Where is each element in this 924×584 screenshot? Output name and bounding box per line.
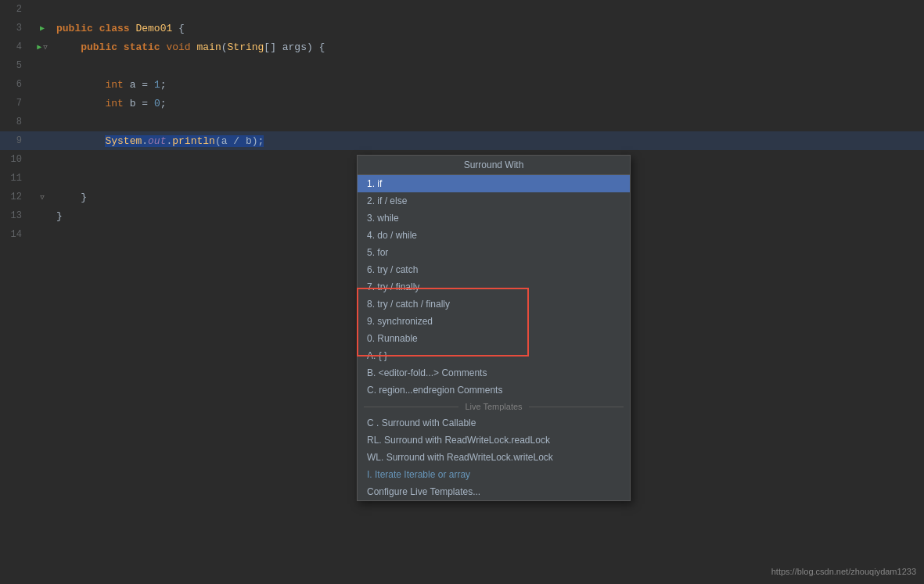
- popup-item-B[interactable]: B. <editor-fold...> Comments: [358, 364, 630, 382]
- line-content-4: public static void main(String[] args) {: [53, 41, 924, 53]
- popup-item-I[interactable]: I. Iterate Iterable or array: [358, 466, 630, 483]
- popup-item-WL[interactable]: WL. Surround with ReadWriteLock.writeLoc…: [358, 449, 630, 466]
- code-line-8: 8: [0, 113, 924, 131]
- popup-item-configure[interactable]: Configure Live Templates...: [358, 483, 630, 500]
- popup-item-8[interactable]: 8. try / catch / finally: [358, 296, 630, 313]
- popup-item-RL[interactable]: RL. Surround with ReadWriteLock.readLock: [358, 432, 630, 449]
- popup-separator-live-templates: Live Templates: [358, 399, 630, 414]
- code-line-4: 4 ▶ ▽ public static void main(String[] a…: [0, 38, 924, 56]
- surround-with-popup: Surround With 1. if 2. if / else 3. whil…: [357, 155, 631, 501]
- line-number-14: 14: [0, 229, 31, 240]
- popup-item-C[interactable]: C. region...endregion Comments: [358, 382, 630, 399]
- popup-item-7[interactable]: 7. try / finally: [358, 278, 630, 296]
- line-content-6: int a = 1;: [53, 79, 924, 91]
- line-number-10: 10: [0, 154, 31, 165]
- code-line-6: 6 int a = 1;: [0, 75, 924, 94]
- line-number-4: 4: [0, 41, 31, 52]
- code-line-3: 3 ▶ public class Demo01 {: [0, 19, 924, 38]
- watermark: https://blog.csdn.net/zhouqiydam1233: [771, 567, 916, 576]
- code-line-5: 5: [0, 56, 924, 75]
- line-number-2: 2: [0, 4, 31, 15]
- line-number-7: 7: [0, 98, 31, 109]
- code-line-7: 7 int b = 0;: [0, 94, 924, 113]
- popup-item-2[interactable]: 2. if / else: [358, 192, 630, 210]
- popup-title: Surround With: [358, 156, 630, 175]
- line-gutter-4: ▶ ▽: [31, 42, 53, 52]
- popup-item-C2[interactable]: C . Surround with Callable: [358, 414, 630, 432]
- line-content-7: int b = 0;: [53, 98, 924, 109]
- popup-item-9[interactable]: 9. synchronized: [358, 313, 630, 330]
- popup-container: Surround With 1. if 2. if / else 3. whil…: [357, 155, 631, 501]
- popup-item-4[interactable]: 4. do / while: [358, 227, 630, 244]
- popup-item-6[interactable]: 6. try / catch: [358, 261, 630, 278]
- line-number-12: 12: [0, 192, 31, 202]
- line-number-8: 8: [0, 116, 31, 127]
- popup-item-5[interactable]: 5. for: [358, 244, 630, 261]
- popup-item-3[interactable]: 3. while: [358, 210, 630, 227]
- editor-container: 2 3 ▶ public class Demo01 { 4 ▶ ▽ public…: [0, 0, 924, 584]
- line-number-13: 13: [0, 210, 31, 221]
- popup-item-0[interactable]: 0. Runnable: [358, 330, 630, 347]
- line-number-3: 3: [0, 23, 31, 34]
- popup-item-1[interactable]: 1. if: [358, 175, 630, 192]
- line-content-9: System.out.println(a / b);: [53, 135, 924, 147]
- run-arrow-icon-2[interactable]: ▶: [37, 42, 41, 52]
- line-number-11: 11: [0, 173, 31, 184]
- line-gutter-12: ▽: [31, 193, 53, 202]
- fold-icon-12[interactable]: ▽: [40, 193, 44, 202]
- line-gutter-3: ▶: [31, 23, 53, 33]
- line-number-5: 5: [0, 60, 31, 71]
- code-line-2: 2: [0, 0, 924, 19]
- fold-icon-4[interactable]: ▽: [43, 43, 47, 52]
- code-line-9: 9 System.out.println(a / b);: [0, 131, 924, 150]
- run-arrow-icon[interactable]: ▶: [40, 23, 45, 33]
- line-content-3: public class Demo01 {: [53, 23, 924, 34]
- line-number-6: 6: [0, 79, 31, 90]
- line-number-9: 9: [0, 135, 31, 146]
- popup-item-A[interactable]: A. { }: [358, 347, 630, 364]
